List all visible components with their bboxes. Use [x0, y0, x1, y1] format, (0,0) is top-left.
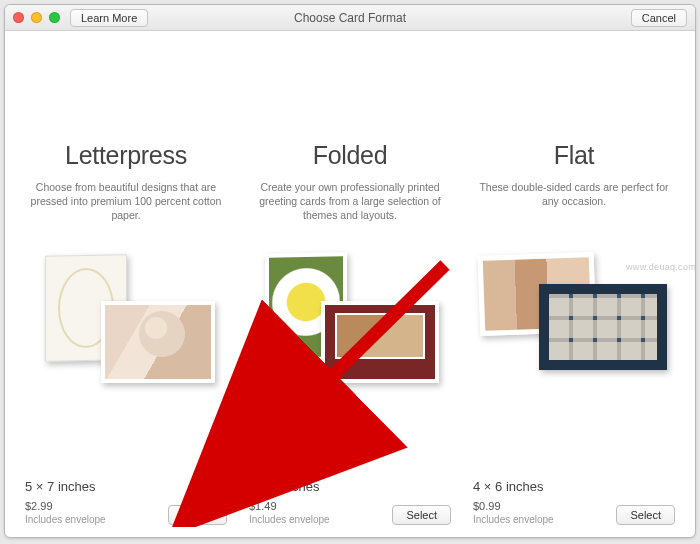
learn-more-button[interactable]: Learn More [70, 9, 148, 27]
select-button-flat[interactable]: Select [616, 505, 675, 525]
option-heading: Flat [467, 141, 681, 170]
format-options: Letterpress Choose from beautiful design… [5, 31, 695, 399]
minimize-icon[interactable] [31, 12, 42, 23]
footer-folded: 5 × 7 inches $1.49 Includes envelope Sel… [243, 479, 457, 525]
window-controls [13, 12, 60, 23]
titlebar: Learn More Choose Card Format Cancel [5, 5, 695, 31]
footer-letterpress: 5 × 7 inches $2.99 Includes envelope Sel… [19, 479, 233, 525]
card-mock-icon [321, 301, 439, 383]
card-mock-icon [539, 284, 667, 370]
option-preview [19, 249, 233, 399]
footer: 5 × 7 inches $2.99 Includes envelope Sel… [19, 479, 681, 525]
select-button-folded[interactable]: Select [392, 505, 451, 525]
size-label: 5 × 7 inches [249, 479, 457, 494]
option-heading: Letterpress [19, 141, 233, 170]
option-description: Choose from beautiful designs that are p… [19, 180, 233, 223]
cancel-button[interactable]: Cancel [631, 9, 687, 27]
dialog-window: Learn More Choose Card Format Cancel Let… [4, 4, 696, 538]
option-description: Create your own professionally printed g… [243, 180, 457, 223]
option-heading: Folded [243, 141, 457, 170]
option-preview [243, 249, 457, 399]
size-label: 5 × 7 inches [25, 479, 233, 494]
select-button-letterpress[interactable]: Select [168, 505, 227, 525]
zoom-icon[interactable] [49, 12, 60, 23]
option-description: These double-sided cards are perfect for… [467, 180, 681, 214]
footer-flat: 4 × 6 inches $0.99 Includes envelope Sel… [467, 479, 681, 525]
size-label: 4 × 6 inches [473, 479, 681, 494]
option-letterpress: Letterpress Choose from beautiful design… [19, 141, 233, 399]
option-folded: Folded Create your own professionally pr… [243, 141, 457, 399]
watermark: www.deuaq.com [626, 262, 696, 272]
card-mock-icon [101, 301, 215, 383]
close-icon[interactable] [13, 12, 24, 23]
